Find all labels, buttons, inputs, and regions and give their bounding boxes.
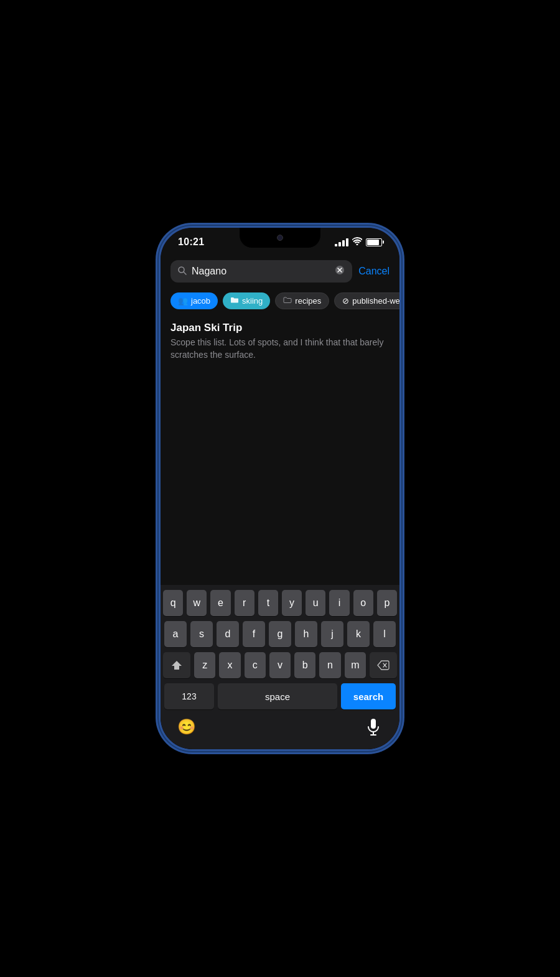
emoji-icon: 😊 bbox=[177, 718, 196, 736]
key-j[interactable]: j bbox=[321, 621, 343, 647]
notch bbox=[240, 228, 320, 248]
camera bbox=[277, 235, 283, 241]
search-key[interactable]: search bbox=[341, 683, 396, 709]
chip-jacob[interactable]: 👥 jacob bbox=[170, 292, 218, 309]
status-icons bbox=[335, 237, 382, 247]
key-m[interactable]: m bbox=[345, 652, 366, 678]
status-time: 10:21 bbox=[178, 236, 204, 248]
filter-chips: 👥 jacob skiing bbox=[161, 290, 399, 317]
keyboard-accessory: 😊 bbox=[163, 712, 397, 746]
key-u[interactable]: u bbox=[306, 590, 325, 616]
search-area: Cancel bbox=[161, 253, 399, 290]
folder-recipes-icon bbox=[283, 296, 292, 306]
result-item[interactable]: Japan Ski Trip Scope this list. Lots of … bbox=[170, 322, 390, 361]
keyboard-row-3: z x c v b n m bbox=[163, 652, 397, 678]
key-q[interactable]: q bbox=[163, 590, 183, 616]
key-n[interactable]: n bbox=[319, 652, 340, 678]
key-v[interactable]: v bbox=[269, 652, 291, 678]
backspace-key[interactable] bbox=[370, 652, 397, 678]
keyboard-row-2: a s d f g h j k l bbox=[163, 621, 397, 647]
svg-marker-5 bbox=[172, 661, 182, 670]
chip-skiing-label: skiing bbox=[242, 296, 263, 306]
key-g[interactable]: g bbox=[269, 621, 291, 647]
emoji-button[interactable]: 😊 bbox=[175, 716, 198, 738]
microphone-button[interactable] bbox=[362, 716, 385, 738]
chip-recipes[interactable]: recipes bbox=[275, 292, 329, 309]
published-icon: ⊘ bbox=[342, 296, 349, 306]
clear-button[interactable] bbox=[335, 265, 345, 278]
search-input[interactable] bbox=[192, 266, 330, 277]
space-key[interactable]: space bbox=[218, 683, 337, 709]
wifi-icon bbox=[352, 237, 362, 247]
key-f[interactable]: f bbox=[243, 621, 265, 647]
chip-recipes-label: recipes bbox=[295, 296, 321, 306]
chip-published-label: published-we bbox=[352, 296, 399, 306]
search-input-wrapper[interactable] bbox=[170, 260, 352, 283]
key-z[interactable]: z bbox=[194, 652, 215, 678]
result-description: Scope this list. Lots of spots, and I th… bbox=[170, 337, 390, 361]
folder-icon bbox=[230, 296, 239, 306]
key-h[interactable]: h bbox=[295, 621, 317, 647]
svg-rect-8 bbox=[371, 719, 376, 729]
key-l[interactable]: l bbox=[373, 621, 396, 647]
empty-space bbox=[161, 366, 399, 585]
key-d[interactable]: d bbox=[217, 621, 239, 647]
search-icon bbox=[178, 266, 187, 277]
key-p[interactable]: p bbox=[377, 590, 397, 616]
key-r[interactable]: r bbox=[235, 590, 254, 616]
chip-skiing[interactable]: skiing bbox=[223, 292, 270, 309]
key-123[interactable]: 123 bbox=[164, 683, 214, 709]
app-content: Cancel 👥 jacob skiing bbox=[161, 253, 399, 749]
key-w[interactable]: w bbox=[187, 590, 207, 616]
key-y[interactable]: y bbox=[282, 590, 302, 616]
people-icon: 👥 bbox=[178, 296, 188, 306]
key-e[interactable]: e bbox=[210, 590, 230, 616]
key-k[interactable]: k bbox=[347, 621, 370, 647]
keyboard: q w e r t y u i o p a s d f g bbox=[161, 585, 399, 749]
chip-jacob-label: jacob bbox=[191, 296, 210, 306]
key-i[interactable]: i bbox=[329, 590, 349, 616]
key-b[interactable]: b bbox=[294, 652, 315, 678]
battery-icon bbox=[366, 238, 382, 246]
signal-icon bbox=[335, 238, 348, 246]
shift-key[interactable] bbox=[163, 652, 190, 678]
key-x[interactable]: x bbox=[219, 652, 240, 678]
svg-line-1 bbox=[184, 272, 186, 274]
results-area: Japan Ski Trip Scope this list. Lots of … bbox=[161, 317, 399, 366]
keyboard-bottom-row: 123 space search bbox=[163, 683, 397, 709]
key-s[interactable]: s bbox=[190, 621, 213, 647]
result-title: Japan Ski Trip bbox=[170, 322, 390, 334]
keyboard-row-1: q w e r t y u i o p bbox=[163, 590, 397, 616]
key-c[interactable]: c bbox=[245, 652, 266, 678]
key-o[interactable]: o bbox=[353, 590, 373, 616]
key-a[interactable]: a bbox=[164, 621, 187, 647]
chip-published[interactable]: ⊘ published-we bbox=[334, 292, 399, 309]
cancel-button[interactable]: Cancel bbox=[358, 266, 390, 277]
key-t[interactable]: t bbox=[258, 590, 278, 616]
